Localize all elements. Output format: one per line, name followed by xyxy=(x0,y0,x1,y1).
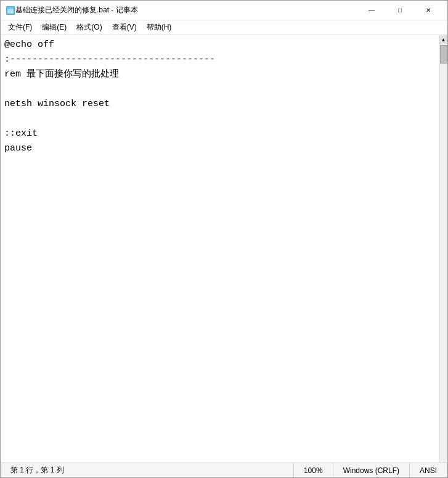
status-bar: 第 1 行，第 1 列 100% Windows (CRLF) ANSI xyxy=(1,463,447,477)
vertical-scrollbar[interactable]: ▲ xyxy=(439,35,447,463)
menu-bar: 文件(F) 编辑(E) 格式(O) 查看(V) 帮助(H) xyxy=(1,20,447,35)
menu-edit[interactable]: 编辑(E) xyxy=(37,21,71,35)
status-zoom: 100% xyxy=(294,463,333,477)
close-button[interactable]: ✕ xyxy=(414,1,442,20)
status-position: 第 1 行，第 1 列 xyxy=(1,463,294,477)
menu-help[interactable]: 帮助(H) xyxy=(142,21,177,35)
text-editor[interactable]: @echo off :-----------------------------… xyxy=(1,35,439,463)
notepad-window: 基础连接已经关闭的修复.bat - 记事本 — □ ✕ 文件(F) 编辑(E) … xyxy=(0,0,448,478)
status-encoding: ANSI xyxy=(410,463,447,477)
app-icon xyxy=(6,6,15,15)
title-bar-buttons: — □ ✕ xyxy=(357,1,442,20)
menu-view[interactable]: 查看(V) xyxy=(107,21,142,35)
title-bar: 基础连接已经关闭的修复.bat - 记事本 — □ ✕ xyxy=(1,1,447,20)
maximize-button[interactable]: □ xyxy=(386,1,414,20)
scroll-thumb[interactable] xyxy=(440,45,447,64)
menu-format[interactable]: 格式(O) xyxy=(71,21,107,35)
menu-file[interactable]: 文件(F) xyxy=(3,21,37,35)
editor-container: @echo off :-----------------------------… xyxy=(1,35,447,463)
scroll-up-arrow[interactable]: ▲ xyxy=(439,35,448,44)
minimize-button[interactable]: — xyxy=(357,1,386,20)
svg-rect-2 xyxy=(7,7,14,9)
title-bar-text: 基础连接已经关闭的修复.bat - 记事本 xyxy=(15,5,357,15)
status-line-ending: Windows (CRLF) xyxy=(333,463,410,477)
